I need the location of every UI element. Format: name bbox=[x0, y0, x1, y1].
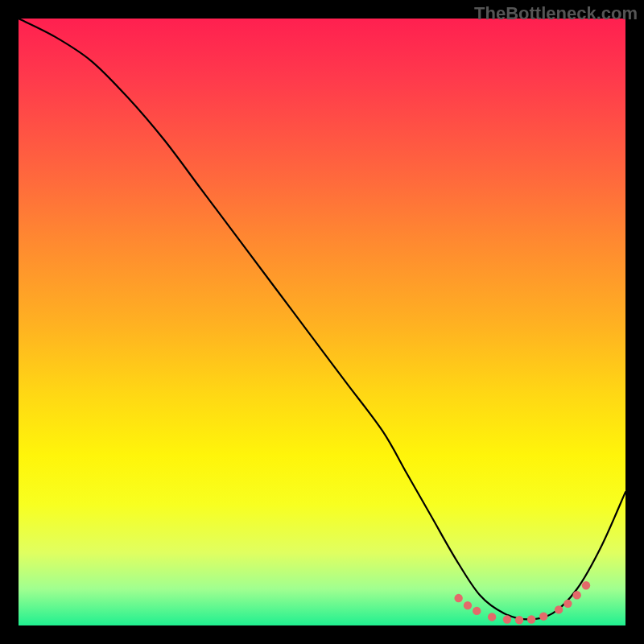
highlight-dot bbox=[572, 591, 580, 599]
highlight-dot bbox=[555, 605, 563, 613]
highlight-dot bbox=[539, 612, 547, 620]
highlight-dot bbox=[488, 613, 496, 621]
highlight-dot bbox=[464, 601, 472, 609]
highlight-dot bbox=[473, 607, 481, 615]
chart-area bbox=[19, 19, 625, 625]
highlight-dot bbox=[564, 600, 572, 608]
watermark-text: TheBottleneck.com bbox=[474, 3, 638, 24]
highlight-dot bbox=[454, 594, 462, 602]
chart-svg bbox=[19, 19, 625, 625]
highlight-dot bbox=[582, 581, 590, 589]
main-curve-line bbox=[19, 19, 625, 619]
highlight-dot bbox=[527, 615, 535, 623]
highlight-dot bbox=[503, 615, 511, 623]
highlight-dot bbox=[515, 616, 523, 624]
